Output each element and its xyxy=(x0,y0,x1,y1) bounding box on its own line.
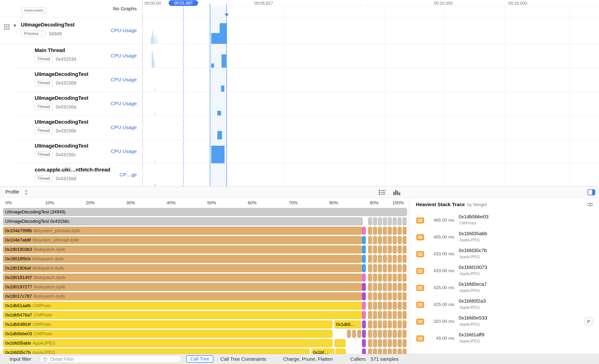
flame-frame[interactable] xyxy=(393,348,397,354)
flame-frame[interactable] xyxy=(388,255,392,263)
flame-frame[interactable] xyxy=(373,274,377,282)
flame-frame[interactable] xyxy=(378,227,382,235)
flame-frame[interactable] xyxy=(398,236,402,244)
flame-frame[interactable] xyxy=(403,227,406,235)
flame-row[interactable]: 0x18017c787libdispatch.dylib xyxy=(0,292,409,301)
flame-frame[interactable] xyxy=(388,292,392,300)
outline-view-icon[interactable] xyxy=(379,189,386,196)
flame-frame[interactable] xyxy=(362,330,366,338)
flame-frame[interactable] xyxy=(378,246,382,253)
flame-frame[interactable] xyxy=(362,227,366,235)
flame-frame[interactable] xyxy=(368,330,372,338)
detail-filter-input[interactable] xyxy=(50,356,179,362)
flame-frame[interactable] xyxy=(398,274,402,282)
flame-frame[interactable] xyxy=(368,236,372,244)
flame-frame[interactable] xyxy=(403,348,406,354)
flame-row[interactable]: 0x104e7ab8flibsystem_pthread.dylib xyxy=(0,236,409,245)
charge-prune-flatten-button[interactable]: Charge, Prune, Flatten xyxy=(283,356,333,362)
flame-frame[interactable] xyxy=(398,311,402,319)
flame-row[interactable]: 0x1bfd35c7bAppleJPEG0x1bf… xyxy=(0,348,409,354)
thread-token[interactable]: Thread xyxy=(35,80,53,86)
flame-frame[interactable] xyxy=(378,348,382,354)
flame-frame[interactable] xyxy=(362,236,366,244)
flame-graph[interactable]: UIImageDecodingTest (34949)UIImageDecodi… xyxy=(0,208,409,354)
inspector-toggle-icon[interactable] xyxy=(587,189,595,196)
flame-frame[interactable] xyxy=(368,302,372,310)
flame-frame[interactable] xyxy=(362,283,366,291)
flame-frame[interactable]: UIImageDecodingTest (34949) xyxy=(3,208,407,216)
flame-frame[interactable] xyxy=(373,320,377,328)
flame-frame[interactable] xyxy=(393,311,397,319)
flame-frame[interactable] xyxy=(388,330,392,338)
flame-frame[interactable] xyxy=(373,236,377,244)
flame-frame[interactable] xyxy=(383,236,387,244)
flame-frame[interactable] xyxy=(335,348,346,354)
flame-frame[interactable] xyxy=(398,217,402,225)
flame-frame[interactable] xyxy=(347,330,351,338)
flame-frame[interactable] xyxy=(393,236,397,244)
flame-frame[interactable] xyxy=(373,292,377,300)
thread-track-row[interactable]: UIImageDecodingTestThread0x43156cCPU Usa… xyxy=(0,139,143,163)
stack-entry[interactable]: 465.00 ms0x1bfd35abbAppleJPEG xyxy=(409,229,599,246)
cpu-graph-canvas[interactable] xyxy=(143,0,599,186)
flame-frame[interactable] xyxy=(373,339,377,347)
flame-frame[interactable] xyxy=(388,236,392,244)
thread-track-row[interactable]: com.apple.uiki…ntfetch-threadThread0x431… xyxy=(0,163,143,186)
flame-frame[interactable] xyxy=(398,339,402,347)
flame-frame[interactable] xyxy=(403,264,406,272)
flame-frame[interactable] xyxy=(368,246,372,253)
callers-label[interactable]: Callers xyxy=(350,356,366,362)
flame-frame[interactable] xyxy=(378,255,382,263)
flame-frame[interactable] xyxy=(368,283,372,291)
flame-frame[interactable] xyxy=(368,274,372,282)
flame-frame[interactable]: 0x1801903b3libdispatch.dylib xyxy=(3,246,362,253)
flame-frame[interactable]: 0x104e7ab8flibsystem_pthread.dylib xyxy=(3,236,362,244)
flame-frame[interactable] xyxy=(378,311,382,319)
flame-frame[interactable] xyxy=(403,311,406,319)
flame-frame[interactable] xyxy=(388,339,392,347)
flame-frame[interactable] xyxy=(378,274,382,282)
flame-frame[interactable] xyxy=(368,292,372,300)
flame-frame[interactable] xyxy=(388,246,392,253)
flame-frame[interactable] xyxy=(368,320,372,328)
stack-entry[interactable]: 425.00 ms0x1bfd0eca7AppleJPEG xyxy=(409,279,599,296)
stack-entry[interactable]: 320.00 ms0x1bfd0e533AppleJPEG xyxy=(409,313,599,330)
flame-frame[interactable]: 0x180181497libdispatch.dylib xyxy=(3,274,362,282)
flame-frame[interactable]: 0x1db5476a7CMPhoto xyxy=(3,311,362,319)
flame-frame[interactable] xyxy=(403,339,406,347)
flame-frame[interactable] xyxy=(403,274,406,282)
call-tree-button[interactable]: Call Tree xyxy=(186,355,213,363)
selection-flag-icon[interactable] xyxy=(225,14,229,17)
flame-frame[interactable] xyxy=(393,283,397,291)
thread-token[interactable]: Thread xyxy=(35,128,53,134)
flame-frame[interactable] xyxy=(393,330,397,338)
flame-frame[interactable] xyxy=(357,330,361,338)
flame-frame[interactable] xyxy=(368,311,372,319)
flame-frame[interactable] xyxy=(373,302,377,310)
flame-frame[interactable] xyxy=(362,264,366,272)
detail-filter-field[interactable] xyxy=(40,355,182,363)
flame-frame[interactable]: 0x1db54804fCMPhoto xyxy=(3,320,333,328)
flame-frame[interactable] xyxy=(388,348,392,354)
flame-frame[interactable] xyxy=(373,264,377,272)
flame-frame[interactable] xyxy=(373,283,377,291)
flame-frame[interactable] xyxy=(362,348,366,354)
flame-frame[interactable] xyxy=(373,330,377,338)
flame-frame[interactable] xyxy=(368,255,372,263)
flame-frame[interactable] xyxy=(398,292,402,300)
popup-chevrons-icon[interactable] xyxy=(25,189,28,196)
flame-frame[interactable] xyxy=(362,255,366,263)
flame-frame[interactable] xyxy=(378,292,382,300)
flame-frame[interactable] xyxy=(388,227,392,235)
flame-row[interactable]: 0x1db54804fCMPhoto0x1db5… xyxy=(0,320,409,329)
flame-frame[interactable] xyxy=(378,339,382,347)
flame-frame[interactable] xyxy=(398,302,402,310)
flame-frame[interactable] xyxy=(362,320,366,328)
flame-frame[interactable] xyxy=(403,302,406,310)
stack-entry[interactable]: 433.00 ms0x1bfd10073AppleJPEG xyxy=(409,263,599,279)
flame-frame[interactable] xyxy=(373,255,377,263)
flame-frame[interactable] xyxy=(393,246,397,253)
flame-frame[interactable] xyxy=(403,292,406,300)
thread-token[interactable]: Thread xyxy=(35,56,53,62)
panel-graph-divider[interactable] xyxy=(142,0,143,186)
